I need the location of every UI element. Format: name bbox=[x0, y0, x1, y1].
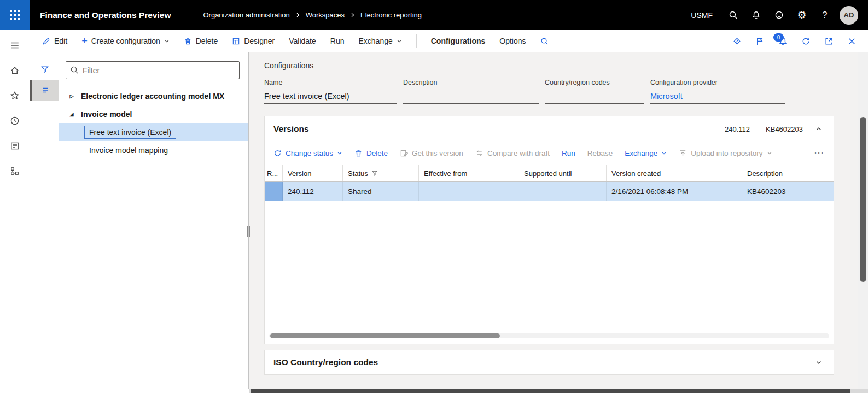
delete-button[interactable]: Delete bbox=[184, 37, 218, 45]
description-cell: KB4602203 bbox=[742, 182, 834, 201]
edit-button[interactable]: Edit bbox=[42, 37, 67, 45]
waffle-icon bbox=[10, 10, 20, 20]
breadcrumb-area[interactable]: Workspaces bbox=[306, 11, 345, 19]
column-header-status[interactable]: Status bbox=[343, 165, 419, 181]
recent-button[interactable] bbox=[3, 110, 26, 132]
topbar-separator bbox=[182, 0, 182, 30]
run-version-button[interactable]: Run bbox=[562, 149, 575, 157]
open-in-new-window-icon bbox=[824, 37, 834, 46]
run-label: Run bbox=[330, 37, 345, 45]
country-region-value[interactable] bbox=[545, 90, 644, 104]
collapse-versions-button[interactable] bbox=[811, 121, 827, 137]
create-configuration-button[interactable]: + Create configuration bbox=[81, 36, 170, 46]
feedback-button[interactable] bbox=[767, 0, 790, 30]
tab-configurations[interactable]: Configurations bbox=[431, 37, 486, 45]
rebase-button[interactable]: Rebase bbox=[587, 149, 613, 157]
tree-item-label: Free text invoice (Excel) bbox=[84, 126, 176, 139]
name-value[interactable]: Free text invoice (Excel) bbox=[264, 90, 397, 104]
tab-options[interactable]: Options bbox=[499, 37, 526, 45]
refresh-button[interactable] bbox=[795, 30, 817, 52]
close-icon bbox=[847, 37, 857, 46]
exchange-menu-button[interactable]: Exchange bbox=[358, 37, 401, 45]
tree-item-electronic-ledger[interactable]: ▷ Electronic ledger accounting model MX bbox=[59, 87, 248, 105]
column-header-description[interactable]: Description bbox=[742, 165, 834, 181]
tree-view-toggle-selected[interactable] bbox=[30, 80, 59, 101]
chevron-down-icon bbox=[767, 150, 772, 156]
favorites-button[interactable] bbox=[3, 85, 26, 107]
home-button[interactable] bbox=[3, 60, 26, 81]
tree-content: ▷ Electronic ledger accounting model MX … bbox=[59, 52, 248, 389]
tree-item-invoice-model-mapping[interactable]: Invoice model mapping bbox=[59, 141, 248, 159]
upload-into-repository-button[interactable]: Upload into repository bbox=[679, 149, 772, 157]
tree-collapsed-icon[interactable]: ▷ bbox=[67, 93, 76, 99]
vertical-scrollbar-thumb[interactable] bbox=[860, 117, 866, 282]
change-status-label: Change status bbox=[286, 149, 333, 157]
version-row-selected[interactable]: 240.112 Shared 2/16/2021 06:08:48 PM KB4… bbox=[265, 182, 834, 201]
attachments-button[interactable] bbox=[726, 30, 748, 52]
flag-icon bbox=[755, 37, 765, 46]
change-status-button[interactable]: Change status bbox=[273, 149, 342, 157]
tree-item-free-text-invoice[interactable]: Free text invoice (Excel) bbox=[59, 123, 248, 141]
column-header-effective-from[interactable]: Effective from bbox=[419, 165, 519, 181]
filter-funnel-icon[interactable] bbox=[371, 170, 378, 177]
grid-empty-area bbox=[265, 201, 834, 331]
designer-button[interactable]: Designer bbox=[232, 37, 275, 45]
close-button[interactable] bbox=[841, 30, 863, 52]
description-value[interactable] bbox=[403, 90, 539, 104]
column-header-supported-until[interactable]: Supported until bbox=[519, 165, 607, 181]
versions-title: Versions bbox=[273, 124, 309, 134]
horizontal-scrollbar-thumb[interactable] bbox=[251, 389, 850, 393]
compare-with-draft-button[interactable]: Compare with draft bbox=[475, 149, 550, 157]
iso-country-region-section[interactable]: ISO Country/region codes bbox=[264, 350, 834, 375]
get-this-version-button[interactable]: Get this version bbox=[400, 149, 463, 157]
user-avatar[interactable]: AD bbox=[840, 6, 858, 25]
column-header-rebase[interactable]: R... bbox=[265, 165, 283, 181]
supported-until-cell bbox=[519, 182, 607, 201]
grid-horizontal-scrollbar-thumb[interactable] bbox=[270, 333, 500, 338]
validate-button[interactable]: Validate bbox=[289, 37, 316, 45]
open-in-new-window-button[interactable] bbox=[818, 30, 840, 52]
app-launcher-button[interactable] bbox=[0, 0, 30, 30]
app-title: Finance and Operations Preview bbox=[30, 10, 182, 20]
notification-badge: 0 bbox=[773, 33, 784, 42]
help-button[interactable]: ? bbox=[813, 0, 836, 30]
search-button[interactable] bbox=[721, 0, 744, 30]
vertical-scrollbar[interactable] bbox=[858, 52, 868, 389]
forms-button[interactable] bbox=[3, 135, 26, 157]
delete-version-button[interactable]: Delete bbox=[354, 149, 388, 157]
help-icon: ? bbox=[823, 10, 828, 20]
run-button[interactable]: Run bbox=[330, 37, 345, 45]
horizontal-scrollbar[interactable] bbox=[249, 389, 868, 393]
exchange-version-button[interactable]: Exchange bbox=[625, 149, 667, 157]
company-picker[interactable]: USMF bbox=[691, 11, 713, 20]
tree-filter-input[interactable] bbox=[66, 61, 240, 79]
topbar-right-controls: USMF ⚙ ? AD bbox=[691, 0, 868, 30]
version-created-cell: 2/16/2021 06:08:48 PM bbox=[607, 182, 742, 201]
actionbar-search-button[interactable] bbox=[540, 37, 549, 45]
column-header-version[interactable]: Version bbox=[283, 165, 343, 181]
tree-expanded-icon[interactable]: ◢ bbox=[67, 112, 76, 117]
expand-menu-button[interactable] bbox=[3, 34, 26, 56]
alerts-button[interactable] bbox=[744, 0, 767, 30]
page-title: Configurations bbox=[264, 61, 834, 70]
workspaces-button[interactable] bbox=[3, 160, 26, 182]
breadcrumb-module[interactable]: Organization administration bbox=[203, 11, 289, 19]
expand-iso-section-button[interactable] bbox=[811, 354, 827, 371]
breadcrumb-page[interactable]: Electronic reporting bbox=[360, 11, 422, 19]
settings-button[interactable]: ⚙ bbox=[790, 0, 813, 30]
column-header-version-created[interactable]: Version created bbox=[607, 165, 742, 181]
rebase-label: Rebase bbox=[587, 149, 613, 157]
row-selector-cell[interactable] bbox=[265, 182, 283, 201]
actionbar-right-controls: 0 bbox=[726, 30, 868, 52]
top-navigation-bar: Finance and Operations Preview Organizat… bbox=[0, 0, 868, 30]
search-icon bbox=[729, 10, 738, 20]
configuration-provider-value[interactable]: Microsoft bbox=[650, 90, 785, 104]
tree-filter-button[interactable] bbox=[30, 59, 59, 80]
chevron-down-icon bbox=[815, 359, 822, 366]
notifications-button[interactable]: 0 bbox=[772, 30, 794, 52]
more-commands-button[interactable]: ⋯ bbox=[814, 148, 825, 158]
grid-horizontal-scrollbar[interactable] bbox=[269, 333, 829, 338]
panel-splitter[interactable] bbox=[247, 226, 251, 237]
tree-item-invoice-model[interactable]: ◢ Invoice model bbox=[59, 105, 248, 123]
flag-button[interactable] bbox=[749, 30, 771, 52]
